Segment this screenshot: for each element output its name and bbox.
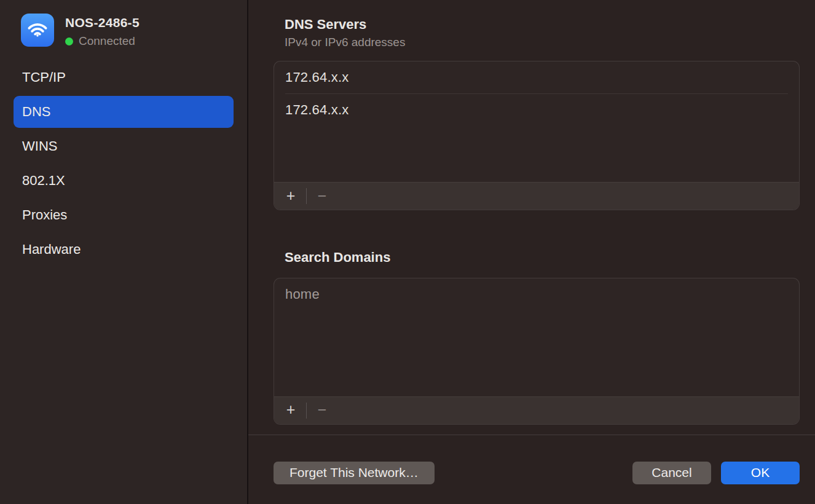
search-domains-title: Search Domains xyxy=(285,250,800,266)
wifi-icon xyxy=(21,14,54,47)
dns-server-row[interactable]: 172.64.x.x xyxy=(274,94,799,126)
network-name: NOS-2486-5 xyxy=(65,15,140,30)
sidebar: NOS-2486-5 Connected TCP/IP DNS WINS 802… xyxy=(0,0,248,504)
connection-header: NOS-2486-5 Connected xyxy=(14,14,234,48)
details-pane: DNS Servers IPv4 or IPv6 addresses 172.6… xyxy=(248,0,815,504)
add-search-domain-button[interactable]: + xyxy=(282,401,300,420)
search-domain-row[interactable]: home xyxy=(274,278,799,310)
dns-servers-subtitle: IPv4 or IPv6 addresses xyxy=(285,36,800,49)
search-domains-listbox: home + − xyxy=(274,278,800,425)
add-dns-server-button[interactable]: + xyxy=(282,187,300,205)
dialog-actions: Forget This Network… Cancel OK xyxy=(274,462,800,484)
sidebar-item-8021x[interactable]: 802.1X xyxy=(14,165,234,197)
search-domains-section: Search Domains home + − xyxy=(274,250,800,424)
dns-servers-listbox: 172.64.x.x 172.64.x.x + − xyxy=(274,61,800,210)
cancel-button[interactable]: Cancel xyxy=(632,462,711,484)
dns-servers-section: DNS Servers IPv4 or IPv6 addresses 172.6… xyxy=(274,17,800,210)
toolbar-divider xyxy=(306,403,307,419)
sidebar-item-wins[interactable]: WINS xyxy=(14,130,234,162)
connected-status-dot xyxy=(65,37,73,45)
dns-server-row[interactable]: 172.64.x.x xyxy=(274,61,799,93)
ok-button[interactable]: OK xyxy=(721,462,800,484)
remove-dns-server-button[interactable]: − xyxy=(313,187,331,205)
connection-status-label: Connected xyxy=(79,34,135,48)
sidebar-item-dns[interactable]: DNS xyxy=(14,96,234,128)
dns-servers-toolbar: + − xyxy=(274,182,799,210)
sidebar-item-proxies[interactable]: Proxies xyxy=(14,199,234,231)
sidebar-item-hardware[interactable]: Hardware xyxy=(14,234,234,266)
dns-servers-title: DNS Servers xyxy=(285,17,800,33)
forget-network-button[interactable]: Forget This Network… xyxy=(274,462,435,484)
remove-search-domain-button[interactable]: − xyxy=(313,401,331,420)
footer-separator xyxy=(248,435,815,435)
toolbar-divider xyxy=(306,188,307,204)
connection-status: Connected xyxy=(65,34,140,48)
network-details-window: NOS-2486-5 Connected TCP/IP DNS WINS 802… xyxy=(0,0,815,504)
sidebar-nav: TCP/IP DNS WINS 802.1X Proxies Hardware xyxy=(14,61,234,268)
search-domains-toolbar: + − xyxy=(274,396,799,424)
sidebar-item-tcpip[interactable]: TCP/IP xyxy=(14,61,234,93)
